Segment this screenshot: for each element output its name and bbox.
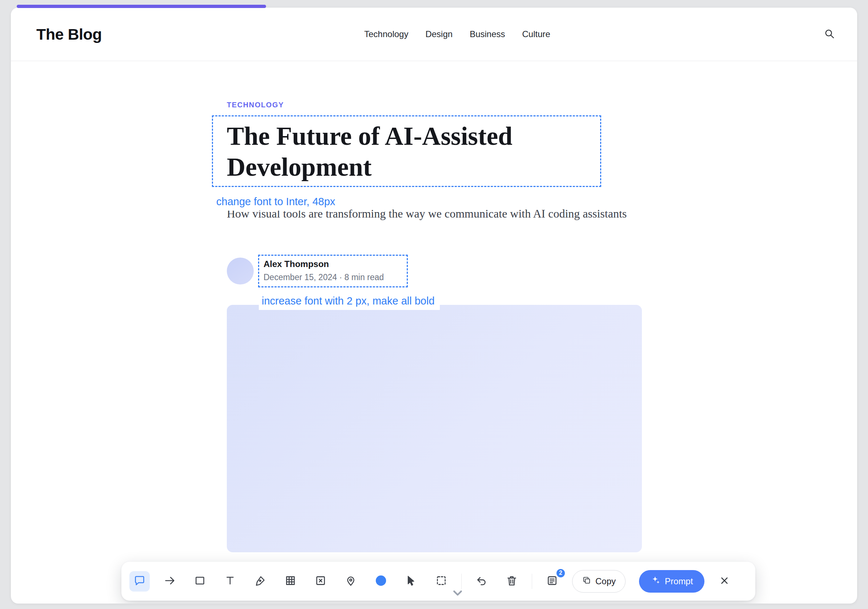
author-selection-box[interactable]: Alex Thompson December 15, 2024 · 8 min …: [258, 255, 408, 287]
copy-button[interactable]: Copy: [572, 570, 626, 593]
notes-count-badge: 2: [556, 568, 566, 578]
color-swatch-button[interactable]: [371, 571, 391, 592]
trash-button[interactable]: [502, 571, 522, 592]
copy-button-label: Copy: [595, 576, 616, 586]
annotation-author-note[interactable]: increase font with 2 px, make all bold: [259, 292, 440, 310]
comment-icon: [133, 575, 146, 588]
browser-card: The Blog Technology Design Business Cult…: [11, 8, 857, 604]
main-nav: Technology Design Business Culture: [364, 29, 550, 39]
notes-icon: [546, 575, 558, 588]
arrow-tool-button[interactable]: [160, 571, 180, 592]
color-swatch-icon: [375, 575, 387, 588]
annotation-title-note[interactable]: change font to Inter, 48px: [213, 193, 340, 211]
text-icon: [224, 575, 236, 588]
close-toolbar-button[interactable]: [714, 571, 735, 592]
top-progress-bar: [17, 5, 266, 8]
text-tool-button[interactable]: [220, 571, 240, 592]
author-avatar: [227, 258, 254, 284]
rectangle-tool-button[interactable]: [190, 571, 210, 592]
article-title: The Future of AI-Assisted Development: [227, 121, 589, 183]
nav-item-technology[interactable]: Technology: [364, 29, 408, 39]
nav-item-business[interactable]: Business: [470, 29, 505, 39]
pin-tool-button[interactable]: [341, 571, 361, 592]
trash-icon: [505, 575, 518, 588]
nav-item-design[interactable]: Design: [425, 29, 453, 39]
image-x-icon: [315, 575, 327, 588]
pen-icon: [254, 575, 267, 588]
site-header: The Blog Technology Design Business Cult…: [11, 8, 857, 61]
copy-icon: [582, 576, 591, 587]
grid-tool-button[interactable]: [280, 571, 301, 592]
grid-icon: [284, 575, 297, 588]
prompt-button[interactable]: Prompt: [639, 570, 704, 593]
search-icon: [824, 28, 835, 41]
image-tool-button[interactable]: [310, 571, 331, 592]
hero-image-placeholder: [227, 305, 642, 552]
pin-icon: [344, 575, 357, 588]
rectangle-icon: [194, 575, 206, 588]
undo-icon: [476, 575, 488, 588]
author-meta: December 15, 2024 · 8 min read: [264, 272, 384, 282]
undo-button[interactable]: [471, 571, 492, 592]
title-selection-box[interactable]: The Future of AI-Assisted Development: [212, 115, 601, 187]
screen: The Blog Technology Design Business Cult…: [0, 0, 868, 609]
close-icon: [719, 575, 730, 587]
marquee-icon: [435, 575, 448, 588]
sparkle-icon: [651, 575, 661, 587]
comment-tool-button[interactable]: [129, 571, 150, 592]
marquee-tool-button[interactable]: [431, 571, 451, 592]
chevron-down-icon[interactable]: [451, 586, 457, 590]
arrow-icon: [164, 575, 176, 588]
pen-tool-button[interactable]: [250, 571, 270, 592]
site-logo[interactable]: The Blog: [36, 25, 102, 43]
nav-item-culture[interactable]: Culture: [522, 29, 550, 39]
prompt-button-label: Prompt: [665, 576, 693, 586]
toolbar-divider: [532, 574, 532, 589]
cursor-tool-button[interactable]: [401, 571, 421, 592]
category-label[interactable]: TECHNOLOGY: [227, 101, 284, 109]
annotation-toolbar: 2 Copy Prompt: [121, 562, 755, 601]
notes-button[interactable]: 2: [542, 571, 562, 592]
cursor-icon: [405, 575, 417, 588]
search-button[interactable]: [821, 25, 838, 43]
author-name: Alex Thompson: [264, 259, 329, 269]
